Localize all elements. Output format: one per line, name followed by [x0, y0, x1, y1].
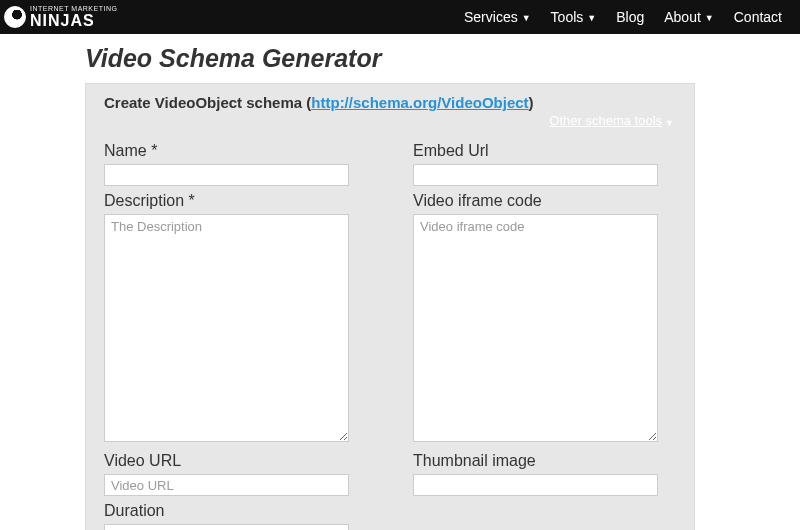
panel-header-prefix: Create VideoObject schema (	[104, 94, 311, 111]
form-left-column: Name * Description * Video URL Duration	[104, 136, 367, 530]
nav-about-label: About	[664, 9, 701, 25]
caret-down-icon: ▼	[705, 14, 714, 23]
nav-blog-label: Blog	[616, 9, 644, 25]
name-label: Name *	[104, 142, 367, 160]
video-url-label: Video URL	[104, 452, 367, 470]
other-schema-tools[interactable]: Other schema tools▼	[104, 113, 674, 128]
caret-down-icon: ▼	[665, 118, 674, 128]
name-input[interactable]	[104, 164, 349, 186]
panel-header: Create VideoObject schema (http://schema…	[104, 94, 676, 111]
nav-about[interactable]: About ▼	[664, 9, 714, 25]
nav-contact-label: Contact	[734, 9, 782, 25]
nav-blog[interactable]: Blog	[616, 9, 644, 25]
iframe-code-label: Video iframe code	[413, 192, 676, 210]
video-url-input[interactable]	[104, 474, 349, 496]
nav-links: Services ▼ Tools ▼ Blog About ▼ Contact	[464, 9, 782, 25]
nav-contact[interactable]: Contact	[734, 9, 782, 25]
duration-label: Duration	[104, 502, 367, 520]
brand-logo[interactable]: INTERNET MARKETING NINJAS	[4, 6, 117, 28]
schema-form-panel: Create VideoObject schema (http://schema…	[85, 83, 695, 530]
thumbnail-input[interactable]	[413, 474, 658, 496]
description-textarea[interactable]	[104, 214, 349, 442]
duration-input[interactable]	[104, 524, 349, 530]
caret-down-icon: ▼	[587, 14, 596, 23]
nav-services-label: Services	[464, 9, 518, 25]
ninja-logo-icon	[4, 6, 26, 28]
embed-url-label: Embed Url	[413, 142, 676, 160]
page-title: Video Schema Generator	[85, 44, 800, 73]
nav-tools[interactable]: Tools ▼	[551, 9, 597, 25]
other-schema-tools-label: Other schema tools	[549, 113, 662, 128]
thumbnail-label: Thumbnail image	[413, 452, 676, 470]
schema-url-link[interactable]: http://schema.org/VideoObject	[311, 94, 528, 111]
panel-header-suffix: )	[529, 94, 534, 111]
nav-tools-label: Tools	[551, 9, 584, 25]
nav-services[interactable]: Services ▼	[464, 9, 531, 25]
top-navbar: INTERNET MARKETING NINJAS Services ▼ Too…	[0, 0, 800, 34]
form-right-column: Embed Url Video iframe code Thumbnail im…	[413, 136, 676, 530]
embed-url-input[interactable]	[413, 164, 658, 186]
iframe-code-textarea[interactable]	[413, 214, 658, 442]
description-label: Description *	[104, 192, 367, 210]
brand-name: NINJAS	[30, 13, 117, 28]
caret-down-icon: ▼	[522, 14, 531, 23]
